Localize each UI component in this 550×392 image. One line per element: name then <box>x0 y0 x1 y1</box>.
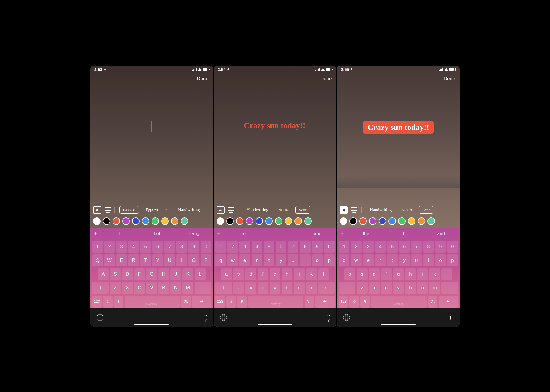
key-9[interactable]: 9 <box>435 241 446 253</box>
key-0[interactable]: 0 <box>447 241 458 253</box>
key-2[interactable]: 2 <box>351 241 362 253</box>
color-swatch[interactable] <box>304 217 312 225</box>
key-b[interactable]: B <box>158 282 169 294</box>
color-swatch[interactable] <box>285 217 292 225</box>
key-j[interactable]: J <box>170 268 181 280</box>
story-canvas[interactable] <box>90 84 213 204</box>
key-j[interactable]: j <box>294 268 305 280</box>
color-swatch[interactable] <box>398 217 406 225</box>
font-serif[interactable]: Serif <box>295 206 310 214</box>
key-h[interactable]: h <box>282 268 292 280</box>
key-i[interactable]: i <box>423 254 434 266</box>
key-a[interactable]: a <box>344 268 355 280</box>
key-r[interactable]: r <box>252 254 262 266</box>
align-center-icon[interactable] <box>105 207 111 213</box>
key-5[interactable]: 5 <box>387 241 398 253</box>
text-style-toggle[interactable]: A <box>93 206 101 214</box>
key-f[interactable]: F <box>134 268 145 280</box>
globe-icon[interactable] <box>343 314 350 321</box>
key-z[interactable]: z <box>357 282 368 294</box>
font-handwriting[interactable]: Handwriting <box>174 206 204 214</box>
story-canvas[interactable]: Crazy sun today!! <box>214 84 337 204</box>
key-2[interactable]: 2 <box>104 241 115 253</box>
home-indicator[interactable] <box>258 324 292 325</box>
key-e[interactable]: e <box>363 254 374 266</box>
key-7[interactable]: 7 <box>288 241 298 253</box>
suggestion[interactable]: I <box>101 231 138 236</box>
key-w[interactable]: w <box>227 254 238 266</box>
key-f[interactable]: f <box>258 268 268 280</box>
key-u[interactable]: U <box>164 254 175 266</box>
key-5[interactable]: 5 <box>140 241 151 253</box>
globe-icon[interactable] <box>220 314 227 321</box>
key-m[interactable]: M <box>182 282 193 294</box>
enter-key[interactable]: ↵ <box>315 296 335 308</box>
key-c[interactable]: c <box>381 282 392 294</box>
emoji-key[interactable]: ☺ <box>349 296 359 308</box>
key-n[interactable]: n <box>294 282 305 294</box>
key-6[interactable]: 6 <box>399 241 410 253</box>
key-5[interactable]: 5 <box>264 241 274 253</box>
shift-key[interactable]: ↑ <box>92 282 109 294</box>
font-neon[interactable]: NEON <box>398 206 416 214</box>
color-swatch[interactable] <box>226 217 234 225</box>
dictation-icon[interactable] <box>327 315 330 320</box>
done-button[interactable]: Done <box>443 76 455 82</box>
key-1[interactable]: 1 <box>92 241 103 253</box>
key-o[interactable]: o <box>435 254 446 266</box>
suggestion[interactable]: the <box>347 231 385 236</box>
font-serif[interactable]: Serif <box>419 206 433 214</box>
mic-key[interactable]: 🎙 <box>114 296 123 308</box>
key-m[interactable]: m <box>306 282 317 294</box>
key-0[interactable]: 0 <box>324 241 335 253</box>
color-swatch[interactable] <box>217 217 224 225</box>
color-swatch[interactable] <box>161 217 169 225</box>
color-swatch[interactable] <box>122 217 130 225</box>
color-swatch[interactable] <box>275 217 282 225</box>
key-3[interactable]: 3 <box>363 241 374 253</box>
enter-key[interactable]: ↵ <box>192 296 211 308</box>
key-x[interactable]: x <box>245 282 256 294</box>
color-swatch[interactable] <box>379 217 386 225</box>
key-p[interactable]: p <box>324 254 335 266</box>
key-h[interactable]: h <box>405 268 416 280</box>
suggestion[interactable]: and <box>422 231 460 236</box>
suggest-add[interactable]: + <box>214 230 224 237</box>
mic-key[interactable]: 🎙 <box>360 296 370 308</box>
punct-key[interactable]: ?!, <box>305 296 314 308</box>
font-handwriting[interactable]: Handwriting <box>243 206 272 214</box>
text-style-toggle[interactable]: A <box>217 206 225 214</box>
key-v[interactable]: v <box>270 282 280 294</box>
suggestion[interactable]: Lol <box>138 231 176 236</box>
suggestion[interactable]: and <box>299 231 336 236</box>
key-k[interactable]: K <box>182 268 193 280</box>
color-swatch[interactable] <box>246 217 253 225</box>
key-a[interactable]: A <box>98 268 109 280</box>
color-swatch[interactable] <box>132 217 140 225</box>
color-swatch[interactable] <box>427 217 435 225</box>
key-6[interactable]: 6 <box>276 241 286 253</box>
key-w[interactable]: w <box>351 254 362 266</box>
backspace-key[interactable]: ← <box>441 282 458 294</box>
key-g[interactable]: g <box>393 268 404 280</box>
color-swatch[interactable] <box>113 217 120 225</box>
font-handwriting[interactable]: Handwriting <box>366 206 395 214</box>
punct-key[interactable]: ?!, <box>181 296 191 308</box>
key-4[interactable]: 4 <box>375 241 386 253</box>
key-0[interactable]: 0 <box>201 241 211 253</box>
key-r[interactable]: r <box>375 254 386 266</box>
key-r[interactable]: R <box>128 254 139 266</box>
key-j[interactable]: j <box>417 268 428 280</box>
key-q[interactable]: Q <box>92 254 103 266</box>
key-n[interactable]: N <box>170 282 181 294</box>
suggest-add[interactable]: + <box>337 230 347 237</box>
backspace-key[interactable]: ← <box>318 282 335 294</box>
key-w[interactable]: W <box>104 254 115 266</box>
color-swatch[interactable] <box>340 217 347 225</box>
text-style-toggle[interactable]: A <box>340 206 348 214</box>
backspace-key[interactable]: ← <box>195 282 211 294</box>
key-o[interactable]: O <box>188 254 199 266</box>
space-key[interactable] <box>371 296 427 308</box>
color-swatch[interactable] <box>418 217 425 225</box>
done-button[interactable]: Done <box>197 76 209 82</box>
